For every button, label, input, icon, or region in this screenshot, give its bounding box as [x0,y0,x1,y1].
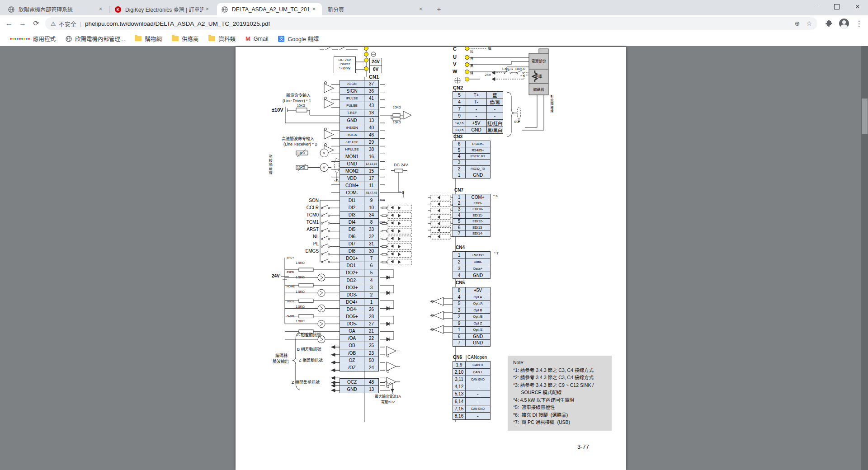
table-row: OZ50 [340,357,379,364]
table-cell: 14,16 [453,119,466,127]
globe-icon [66,36,72,42]
table-row: /OA22 [340,334,379,342]
v24-label: 24V [370,58,382,66]
table-cell: RS485- [465,141,491,147]
star6-annotation: * 6 [493,194,498,198]
motor-encoder-label: 編碼器 [529,87,548,92]
table-cell: +5V DC [465,251,491,258]
forward-icon[interactable]: → [16,17,29,30]
table-cell: 9 [453,320,466,327]
table-row: 4EDI11- [453,212,491,218]
table-cell: EDI11- [465,212,491,218]
back-icon[interactable]: ← [3,17,15,30]
table-cell: DI7 [340,240,364,248]
table-cell: PULSE [340,102,364,109]
brake-24v-label: 24V [485,73,491,77]
emgs-label: EMGS [502,67,513,71]
tab-title: DELTA_ASDA_A2_UM_TC_2019 [232,6,310,13]
table-row: 7,15CAN GND [453,405,491,413]
brkr-label: BRKR [515,67,525,71]
bookmark-folder-suppliers[interactable]: 供應商 [172,34,199,43]
table-cell: SIGN [340,87,364,95]
table-cell: GND [340,160,364,168]
table-cell: 藍 [486,91,503,99]
table-row: 2EDI9- [453,200,491,206]
phase-z-label: Z 相差動訊號 [299,358,323,362]
di-switch-label: ARST [300,227,319,232]
di-switch-label: TCM1 [300,220,319,225]
bookmark-google-translate[interactable]: 文 Google 翻譯 [278,34,319,43]
bookmark-folder-data[interactable]: 資料類 [208,34,236,43]
reload-icon[interactable]: ⟳ [30,17,42,30]
max-voltage-label: 電壓50V [381,400,395,404]
new-tab-button[interactable]: + [433,5,445,14]
cn7-table: 1COM+2EDI9-3EDI10-4EDI11-5EDI12-6EDI13-7… [453,194,491,237]
zoom-icon[interactable]: ⊕ [795,20,800,27]
table-cell: - [486,113,503,120]
bookmark-gmail[interactable]: M Gmail [245,35,269,42]
minimize-button[interactable]: ─ [806,0,826,14]
tab-close-ic on[interactable]: × [203,5,211,13]
table-cell: - [466,113,487,120]
scrollbar-track[interactable] [861,46,868,470]
address-bar[interactable]: ⚠ 不安全 | phelipu.com.tw/download/DELTA_AS… [45,17,817,30]
table-cell: 8 [364,218,379,226]
table-row: 7GND [453,339,491,347]
wire-color-black: 黑 [470,64,473,68]
table-row: DI830 [340,247,379,255]
table-cell: 27 [364,320,379,328]
table-cell: GND [465,272,491,279]
bookmark-star-icon[interactable]: ☆ [806,20,812,27]
profile-avatar[interactable] [839,19,849,28]
table-row: DI731 [340,240,379,248]
tab-close-icon[interactable]: × [417,5,425,13]
table-cell: 紅/紅白 [486,119,503,127]
table-cell: COM+ [465,194,491,200]
line-receiver-label: (Line Receiver) * 2 [283,142,317,146]
table-cell: 黑/黑白 [486,127,503,134]
table-cell: 4 [453,153,466,160]
scrollbar-thumb[interactable] [862,99,868,134]
table-cell: 8 [453,287,466,294]
bookmark-apps[interactable]: 應用程式 [10,34,56,43]
tab-close-icon[interactable]: × [97,5,104,13]
table-cell: 4 [453,294,466,301]
relay-label: HOME [287,285,297,288]
pdf-viewer[interactable]: DC 24V Power Supply 24V 0V CN1 /SIGN37SI… [0,46,868,470]
bookmark-folder-shopping[interactable]: 購物網 [135,34,162,43]
table-cell: 7 [453,339,466,347]
table-row: 4GND [453,272,491,279]
table-cell: 1 [364,298,379,306]
table-cell: 5,13 [453,390,466,398]
note-line: *7: 與 PC 通訊接腳 (USB) [513,418,612,426]
table-cell: GND [465,339,491,347]
more-menu-icon[interactable]: ⋮ [854,18,864,29]
table-cell: VDD [340,174,364,182]
table-row: 1COM+ [453,194,491,200]
extensions-puzzle-icon[interactable] [824,18,835,29]
gmail-icon: M [245,35,250,42]
close-button[interactable]: × [847,0,868,14]
tab-internal-system[interactable]: 欣陽電機內部管理系統 × [4,3,108,15]
address-toolbar: ← → ⟳ ⚠ 不安全 | phelipu.com.tw/download/DE… [0,15,868,31]
table-row: 6RS485- [453,141,491,147]
tab-new-page[interactable]: 新分頁 × [324,3,429,15]
table-row: SIGN36 [340,87,379,95]
table-cell: 48 [364,378,379,386]
tab-digikey[interactable]: K DigiKey Electronics 臺灣 | 訂單追 × [110,3,215,15]
table-row: OB25 [340,342,379,349]
plus-minus-10v-label: ±10V [272,107,283,113]
table-cell: 13,15 [453,127,466,134]
table-row: T-REF18 [340,109,379,117]
table-row: 14,16+5V紅/紅白 [453,119,503,127]
psu-box: DC 24V Power Supply [334,56,356,73]
note-line: *4: 4.5 kW 以下內建回生電阻 [513,396,612,404]
globe-icon [8,6,15,13]
tab-delta-pdf-active[interactable]: DELTA_ASDA_A2_UM_TC_2019 × [217,3,322,15]
table-row: DI533 [340,226,379,233]
table-cell: 6 [364,262,379,269]
maximize-button[interactable] [826,0,847,14]
bookmark-internal-system[interactable]: 欣陽電機內部管理... [66,34,125,43]
tab-close-icon[interactable]: × [310,5,318,13]
table-row: 8,16- [453,412,491,420]
